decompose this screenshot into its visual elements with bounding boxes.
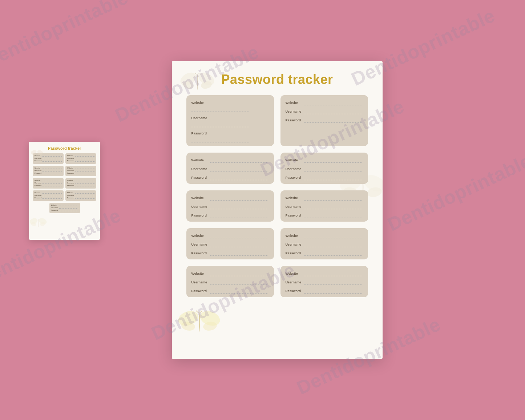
card-1-website-line (191, 108, 249, 112)
card-10-username-label: Username (286, 280, 304, 284)
card-2-username-label: Username (286, 110, 304, 113)
card-10-password-label: Password (286, 289, 304, 293)
card-5: Website Username Password (186, 190, 274, 222)
card-8-website-label: Website (286, 234, 304, 238)
card-4: Website Username Password (280, 153, 368, 184)
card-4-website-label: Website (286, 158, 304, 162)
card-9-password-label: Password (191, 289, 210, 293)
small-card-5: Website Username Password (33, 178, 64, 189)
butterfly-bottom-left-icon (177, 306, 221, 337)
card-6-password-label: Password (286, 214, 304, 217)
card-8: Website Username Password (280, 228, 368, 259)
card-1-website-label: Website (191, 101, 210, 105)
card-5-website-label: Website (191, 196, 210, 200)
card-1-password-label: Password (191, 132, 210, 135)
small-page-thumbnail: Password tracker Website Username Passwo… (29, 142, 100, 240)
small-butterfly-top-left-icon (31, 148, 43, 158)
small-card-6: Website Username Password (65, 178, 96, 189)
card-2: Website Username Password (280, 95, 368, 146)
small-cards-grid: Website Username Password Website Userna… (33, 153, 96, 213)
card-1-username-row: Username (191, 114, 269, 127)
card-6: Website Username Password (280, 190, 368, 222)
card-3-username-label: Username (191, 167, 210, 171)
card-5-password-label: Password (191, 214, 210, 217)
card-10: Website Username Password (280, 266, 368, 297)
small-card-2: Website Username Password (65, 153, 96, 164)
card-6-website-label: Website (286, 196, 304, 200)
small-butterfly-bottom-left-icon (29, 215, 47, 229)
card-7-password-label: Password (191, 251, 210, 255)
small-card-9: Website Username Password (49, 203, 80, 213)
card-7: Website Username Password (186, 228, 274, 259)
card-3-website-label: Website (191, 158, 210, 162)
card-1: Website Username Password (186, 95, 274, 146)
small-card-7: Website Username Password (33, 190, 64, 201)
card-7-website-label: Website (191, 234, 210, 238)
card-2-password-label: Password (286, 118, 304, 122)
card-9-username-label: Username (191, 280, 210, 284)
card-1-password-line (191, 139, 249, 142)
card-6-username-label: Username (286, 205, 304, 209)
card-3-password-label: Password (191, 176, 210, 179)
card-8-username-label: Username (286, 243, 304, 246)
card-1-website-row: Website (191, 99, 269, 112)
card-8-password-label: Password (286, 251, 304, 255)
card-7-username-label: Username (191, 243, 210, 246)
card-5-username-label: Username (191, 205, 210, 209)
cards-grid: Website Username Password Website Userna… (186, 95, 368, 297)
card-4-password-label: Password (286, 176, 304, 179)
card-4-username-label: Username (286, 167, 304, 171)
small-card-3: Website Username Password (33, 166, 64, 176)
card-9: Website Username Password (186, 266, 274, 297)
small-card-8: Website Username Password (65, 190, 96, 201)
card-2-website-label: Website (286, 101, 304, 105)
card-9-website-label: Website (191, 272, 210, 275)
card-1-username-line (191, 124, 249, 127)
watermark-text-1: Dentidoprintable (0, 0, 132, 72)
card-3: Website Username Password (186, 153, 274, 184)
watermark-text-4: Dentidoprintable (384, 150, 525, 235)
small-card-4: Website Username Password (65, 166, 96, 176)
main-page-title: Password tracker (186, 72, 368, 87)
main-page: Password tracker Website Username Passwo… (172, 61, 383, 359)
card-1-password-row: Password (191, 129, 269, 142)
card-1-username-label: Username (191, 116, 210, 120)
card-10-website-label: Website (286, 272, 304, 275)
